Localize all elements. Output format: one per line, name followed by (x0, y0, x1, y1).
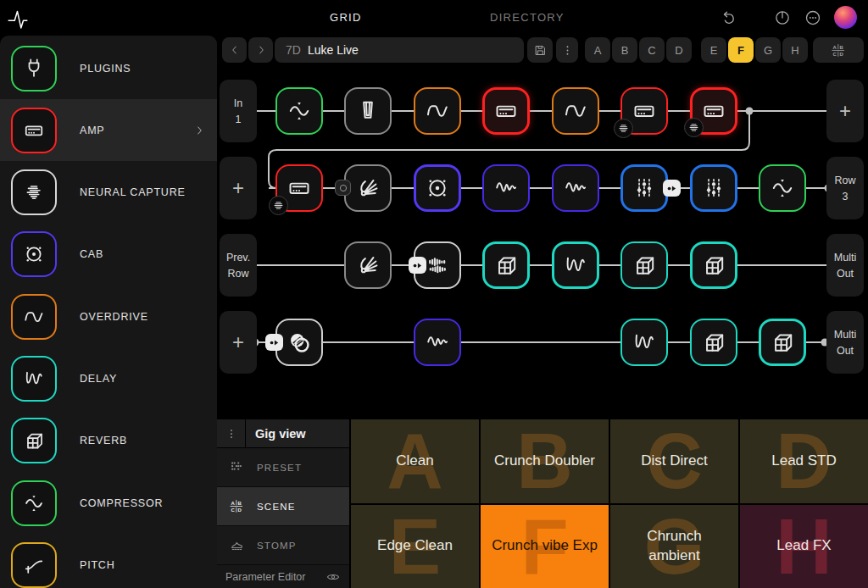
tempo-knob-button[interactable] (771, 7, 793, 29)
wave-block[interactable] (552, 164, 599, 212)
tab-directory[interactable]: DIRECTORY (490, 0, 565, 36)
sidebar-item-neural-capture[interactable]: NEURAL CAPTURE (0, 162, 217, 224)
scene-cell-c[interactable]: CDist Direct (610, 419, 738, 503)
bypass-node[interactable] (335, 180, 351, 196)
scene-cell-f[interactable]: FCrunch vibe Exp (481, 505, 609, 588)
scene-name: Crunch Doubler (484, 452, 605, 471)
splitter-node[interactable] (663, 180, 681, 197)
reverb-icon (21, 428, 47, 453)
multi-out-block[interactable]: MultiOut (826, 234, 864, 297)
sidebar-item-label: PLUGINS (80, 63, 131, 75)
parameter-editor-button[interactable]: Parameter Editor (217, 565, 349, 588)
eq-block[interactable] (620, 164, 668, 212)
sidebar-item-reverb[interactable]: REVERB (0, 410, 217, 472)
scene-name: Lead STD (761, 452, 847, 471)
sidebar-item-plugins[interactable]: PLUGINS (0, 37, 217, 99)
scene-cell-e[interactable]: EEdge Clean (351, 505, 479, 588)
scene-cell-b[interactable]: BCrunch Doubler (481, 419, 609, 503)
reverb-block[interactable] (482, 241, 530, 289)
reverb-icon (699, 251, 728, 280)
gig-view-kebab-button[interactable] (217, 419, 246, 447)
scene-name: Dist Direct (631, 452, 717, 471)
svg-text:A: A (231, 501, 235, 506)
gig-menu-preset[interactable]: PRESET (217, 448, 349, 487)
gig-view-header: Gig view (217, 419, 349, 448)
amp-block[interactable] (275, 164, 323, 212)
gate-icon (353, 97, 382, 125)
gig-view-menu: Gig view PRESETABCDSCENESTOMPParameter E… (217, 419, 349, 588)
spring-block[interactable] (344, 164, 392, 212)
gig-menu-stomp[interactable]: STOMP (217, 526, 349, 565)
amp-icon (285, 174, 314, 202)
cab-block[interactable] (414, 164, 461, 212)
gig-menu-scene[interactable]: ABCDSCENE (217, 487, 349, 526)
scene-cell-d[interactable]: DLead STD (740, 419, 868, 503)
svg-text:D: D (237, 508, 242, 513)
delay-block[interactable] (552, 241, 599, 289)
splitter-node[interactable] (265, 334, 283, 351)
gig-view-panel: Gig view PRESETABCDSCENESTOMPParameter E… (217, 419, 868, 588)
amp-block[interactable] (482, 87, 530, 135)
reverb-block[interactable] (620, 241, 668, 289)
amp-block[interactable] (620, 87, 668, 135)
prev-row-label[interactable]: Prev.Row (220, 234, 257, 297)
sidebar-item-label: AMP (80, 125, 105, 136)
reverb-icon (630, 251, 659, 280)
sidebar-item-overdrive[interactable]: OVERDRIVE (0, 286, 217, 347)
reverb-block[interactable] (690, 241, 737, 289)
add-block-button[interactable]: + (826, 80, 864, 142)
label-line: 1 (236, 114, 242, 125)
wave-icon (561, 174, 590, 202)
overdrive-block[interactable] (414, 87, 461, 135)
reverb-icon (492, 251, 520, 280)
reverb-block[interactable] (759, 319, 806, 366)
sidebar-item-amp[interactable]: AMP (0, 99, 217, 161)
compressor-block[interactable] (759, 164, 806, 212)
gate-block[interactable] (344, 87, 392, 135)
sidebar-item-cab[interactable]: CAB (0, 224, 217, 286)
cab-icon (423, 174, 452, 202)
eq-icon (699, 174, 728, 202)
cab-icon (21, 241, 47, 267)
doubler-icon (423, 251, 452, 280)
gig-view-title: Gig view (255, 427, 306, 441)
eq-block[interactable] (690, 164, 737, 212)
overdrive-block[interactable] (552, 87, 599, 135)
add-block-button[interactable]: + (220, 311, 257, 374)
tab-grid[interactable]: GRID (330, 0, 362, 36)
undo-button[interactable] (717, 7, 739, 29)
scene-cell-h[interactable]: HLead FX (740, 505, 868, 588)
more-button[interactable] (802, 7, 824, 29)
splitter-node[interactable] (409, 257, 426, 274)
sidebar-item-label: OVERDRIVE (80, 311, 148, 323)
row-3-jump-label[interactable]: Row3 (826, 157, 864, 219)
add-block-button[interactable]: + (220, 157, 257, 219)
sidebar-item-pitch[interactable]: PITCH (0, 534, 217, 588)
pitch-icon (21, 552, 47, 578)
wave-icon (423, 328, 452, 357)
wave-block[interactable] (414, 319, 461, 366)
scene-cell-g[interactable]: GChrunch ambient (610, 505, 738, 588)
multi-out-block[interactable]: MultiOut (826, 311, 864, 374)
reverb-block[interactable] (690, 319, 737, 366)
scene-cell-a[interactable]: AClean (351, 419, 479, 503)
compressor-block[interactable] (275, 87, 323, 135)
amp-icon (492, 97, 520, 125)
kebab-icon (225, 427, 238, 441)
compressor-icon (285, 97, 314, 125)
gig-menu-label: STOMP (257, 541, 297, 551)
wave-block[interactable] (482, 164, 530, 212)
spring-block[interactable] (344, 241, 392, 289)
sidebar-item-compressor[interactable]: COMPRESSOR (0, 472, 217, 534)
delay-block[interactable] (620, 319, 668, 366)
sidebar-item-delay[interactable]: DELAY (0, 348, 217, 410)
spring-icon (353, 174, 382, 202)
amp-block[interactable] (690, 87, 737, 135)
top-bar: GRID DIRECTORY (0, 0, 868, 36)
pulse-logo-icon (5, 6, 31, 30)
avatar[interactable] (834, 6, 857, 29)
plugin-category-sidebar: PLUGINSAMPNEURAL CAPTURECABOVERDRIVEDELA… (0, 36, 217, 588)
label-line: + (232, 176, 244, 200)
sidebar-item-label: REVERB (80, 435, 127, 447)
input-1-block[interactable]: In1 (220, 80, 257, 142)
